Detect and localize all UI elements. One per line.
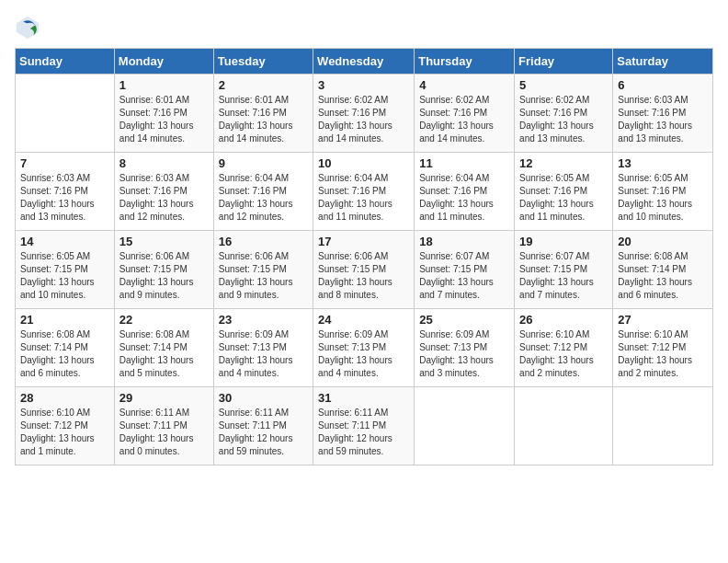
day-info: Sunrise: 6:05 AM Sunset: 7:16 PM Dayligh…: [519, 172, 608, 224]
day-number: 1: [119, 78, 209, 92]
calendar-cell: 7Sunrise: 6:03 AM Sunset: 7:16 PM Daylig…: [16, 153, 115, 231]
calendar-cell: 8Sunrise: 6:03 AM Sunset: 7:16 PM Daylig…: [114, 153, 213, 231]
day-number: 21: [20, 313, 109, 327]
calendar-cell: 28Sunrise: 6:10 AM Sunset: 7:12 PM Dayli…: [16, 387, 115, 465]
calendar-cell: 22Sunrise: 6:08 AM Sunset: 7:14 PM Dayli…: [114, 309, 213, 387]
calendar-cell: 18Sunrise: 6:07 AM Sunset: 7:15 PM Dayli…: [415, 231, 515, 309]
calendar-cell: 2Sunrise: 6:01 AM Sunset: 7:16 PM Daylig…: [213, 75, 313, 153]
logo-icon: [15, 15, 40, 40]
day-info: Sunrise: 6:09 AM Sunset: 7:13 PM Dayligh…: [419, 328, 509, 380]
day-info: Sunrise: 6:10 AM Sunset: 7:12 PM Dayligh…: [618, 328, 708, 380]
day-info: Sunrise: 6:10 AM Sunset: 7:12 PM Dayligh…: [519, 328, 608, 380]
day-number: 26: [519, 313, 608, 327]
day-number: 11: [419, 156, 509, 170]
day-number: 30: [219, 391, 308, 405]
calendar-cell: 23Sunrise: 6:09 AM Sunset: 7:13 PM Dayli…: [213, 309, 313, 387]
calendar-week-row: 28Sunrise: 6:10 AM Sunset: 7:12 PM Dayli…: [16, 387, 713, 465]
calendar-cell: 5Sunrise: 6:02 AM Sunset: 7:16 PM Daylig…: [515, 75, 613, 153]
calendar-cell: 19Sunrise: 6:07 AM Sunset: 7:15 PM Dayli…: [515, 231, 613, 309]
day-info: Sunrise: 6:06 AM Sunset: 7:15 PM Dayligh…: [119, 250, 209, 302]
day-of-week-header: Wednesday: [313, 49, 415, 75]
day-number: 10: [318, 156, 409, 170]
calendar-cell: [415, 387, 515, 465]
day-info: Sunrise: 6:08 AM Sunset: 7:14 PM Dayligh…: [119, 328, 209, 380]
logo: [15, 15, 44, 40]
day-of-week-header: Thursday: [415, 49, 515, 75]
calendar-cell: 30Sunrise: 6:11 AM Sunset: 7:11 PM Dayli…: [213, 387, 313, 465]
calendar-cell: 3Sunrise: 6:02 AM Sunset: 7:16 PM Daylig…: [313, 75, 415, 153]
day-number: 23: [219, 313, 308, 327]
calendar-cell: [16, 75, 115, 153]
day-number: 8: [119, 156, 209, 170]
day-number: 29: [119, 391, 209, 405]
day-info: Sunrise: 6:10 AM Sunset: 7:12 PM Dayligh…: [20, 407, 109, 458]
day-info: Sunrise: 6:01 AM Sunset: 7:16 PM Dayligh…: [119, 94, 209, 145]
calendar-table: SundayMondayTuesdayWednesdayThursdayFrid…: [15, 48, 713, 465]
day-info: Sunrise: 6:03 AM Sunset: 7:16 PM Dayligh…: [119, 172, 209, 224]
day-number: 18: [419, 235, 509, 248]
calendar-cell: 21Sunrise: 6:08 AM Sunset: 7:14 PM Dayli…: [16, 309, 115, 387]
day-number: 14: [20, 235, 109, 248]
calendar-week-row: 7Sunrise: 6:03 AM Sunset: 7:16 PM Daylig…: [16, 153, 713, 231]
calendar-cell: 14Sunrise: 6:05 AM Sunset: 7:15 PM Dayli…: [16, 231, 115, 309]
calendar-cell: 12Sunrise: 6:05 AM Sunset: 7:16 PM Dayli…: [515, 153, 613, 231]
day-info: Sunrise: 6:04 AM Sunset: 7:16 PM Dayligh…: [419, 172, 509, 224]
day-info: Sunrise: 6:04 AM Sunset: 7:16 PM Dayligh…: [219, 172, 308, 224]
day-number: 25: [419, 313, 509, 327]
day-number: 19: [519, 235, 608, 248]
day-info: Sunrise: 6:05 AM Sunset: 7:16 PM Dayligh…: [618, 172, 708, 224]
calendar-cell: 24Sunrise: 6:09 AM Sunset: 7:13 PM Dayli…: [313, 309, 415, 387]
day-of-week-header: Friday: [515, 49, 613, 75]
day-info: Sunrise: 6:01 AM Sunset: 7:16 PM Dayligh…: [219, 94, 308, 145]
day-info: Sunrise: 6:11 AM Sunset: 7:11 PM Dayligh…: [318, 407, 409, 458]
day-info: Sunrise: 6:09 AM Sunset: 7:13 PM Dayligh…: [318, 328, 409, 380]
calendar-cell: 27Sunrise: 6:10 AM Sunset: 7:12 PM Dayli…: [613, 309, 713, 387]
day-info: Sunrise: 6:02 AM Sunset: 7:16 PM Dayligh…: [419, 94, 509, 145]
calendar-cell: 11Sunrise: 6:04 AM Sunset: 7:16 PM Dayli…: [415, 153, 515, 231]
calendar-cell: 31Sunrise: 6:11 AM Sunset: 7:11 PM Dayli…: [313, 387, 415, 465]
calendar-cell: 16Sunrise: 6:06 AM Sunset: 7:15 PM Dayli…: [213, 231, 313, 309]
calendar-cell: [515, 387, 613, 465]
day-info: Sunrise: 6:08 AM Sunset: 7:14 PM Dayligh…: [618, 250, 708, 302]
day-number: 9: [219, 156, 308, 170]
day-info: Sunrise: 6:02 AM Sunset: 7:16 PM Dayligh…: [318, 94, 409, 145]
calendar-cell: 20Sunrise: 6:08 AM Sunset: 7:14 PM Dayli…: [613, 231, 713, 309]
day-info: Sunrise: 6:06 AM Sunset: 7:15 PM Dayligh…: [219, 250, 308, 302]
day-info: Sunrise: 6:07 AM Sunset: 7:15 PM Dayligh…: [419, 250, 509, 302]
day-of-week-header: Monday: [114, 49, 213, 75]
calendar-cell: [613, 387, 713, 465]
page-header: [15, 15, 713, 40]
calendar-cell: 13Sunrise: 6:05 AM Sunset: 7:16 PM Dayli…: [613, 153, 713, 231]
day-of-week-header: Tuesday: [213, 49, 313, 75]
calendar-cell: 9Sunrise: 6:04 AM Sunset: 7:16 PM Daylig…: [213, 153, 313, 231]
calendar-header-row: SundayMondayTuesdayWednesdayThursdayFrid…: [16, 49, 713, 75]
day-number: 24: [318, 313, 409, 327]
day-info: Sunrise: 6:08 AM Sunset: 7:14 PM Dayligh…: [20, 328, 109, 380]
day-info: Sunrise: 6:03 AM Sunset: 7:16 PM Dayligh…: [20, 172, 109, 224]
day-info: Sunrise: 6:11 AM Sunset: 7:11 PM Dayligh…: [119, 407, 209, 458]
day-info: Sunrise: 6:09 AM Sunset: 7:13 PM Dayligh…: [219, 328, 308, 380]
day-of-week-header: Saturday: [613, 49, 713, 75]
calendar-cell: 4Sunrise: 6:02 AM Sunset: 7:16 PM Daylig…: [415, 75, 515, 153]
day-number: 12: [519, 156, 608, 170]
day-number: 13: [618, 156, 708, 170]
day-number: 17: [318, 235, 409, 248]
day-number: 22: [119, 313, 209, 327]
day-number: 28: [20, 391, 109, 405]
calendar-week-row: 1Sunrise: 6:01 AM Sunset: 7:16 PM Daylig…: [16, 75, 713, 153]
calendar-cell: 1Sunrise: 6:01 AM Sunset: 7:16 PM Daylig…: [114, 75, 213, 153]
calendar-cell: 29Sunrise: 6:11 AM Sunset: 7:11 PM Dayli…: [114, 387, 213, 465]
day-number: 16: [219, 235, 308, 248]
day-info: Sunrise: 6:05 AM Sunset: 7:15 PM Dayligh…: [20, 250, 109, 302]
calendar-cell: 15Sunrise: 6:06 AM Sunset: 7:15 PM Dayli…: [114, 231, 213, 309]
calendar-week-row: 14Sunrise: 6:05 AM Sunset: 7:15 PM Dayli…: [16, 231, 713, 309]
day-number: 7: [20, 156, 109, 170]
day-info: Sunrise: 6:06 AM Sunset: 7:15 PM Dayligh…: [318, 250, 409, 302]
day-info: Sunrise: 6:11 AM Sunset: 7:11 PM Dayligh…: [219, 407, 308, 458]
day-info: Sunrise: 6:03 AM Sunset: 7:16 PM Dayligh…: [618, 94, 708, 145]
calendar-cell: 6Sunrise: 6:03 AM Sunset: 7:16 PM Daylig…: [613, 75, 713, 153]
day-number: 6: [618, 78, 708, 92]
day-number: 27: [618, 313, 708, 327]
calendar-cell: 10Sunrise: 6:04 AM Sunset: 7:16 PM Dayli…: [313, 153, 415, 231]
day-of-week-header: Sunday: [16, 49, 115, 75]
